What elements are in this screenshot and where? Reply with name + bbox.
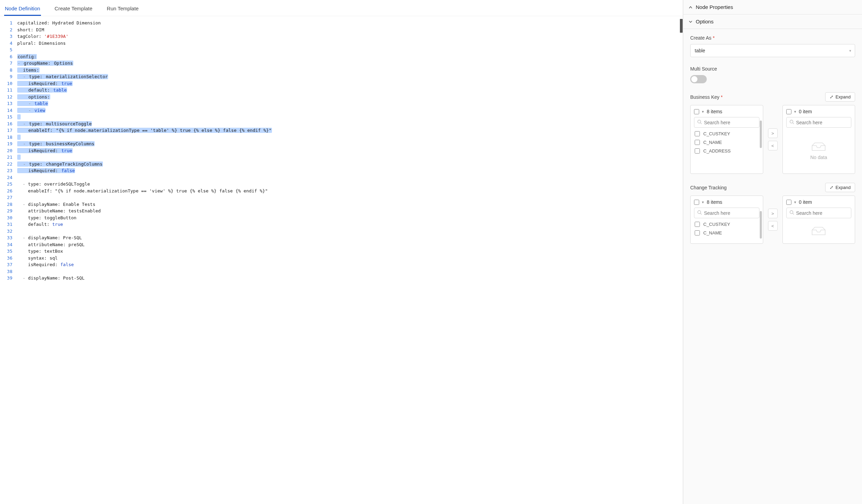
move-left-button[interactable]: < bbox=[768, 141, 778, 150]
change-tracking-transfer: ▾ 8 items C_CUSTKEYC_NAME > < bbox=[690, 196, 855, 244]
code-line[interactable]: capitalized: Hydrated Dimension bbox=[17, 20, 681, 27]
search-input[interactable] bbox=[704, 120, 756, 125]
code-line[interactable]: tagColor: '#1E339A' bbox=[17, 33, 681, 40]
change-tracking-search-left[interactable] bbox=[694, 208, 759, 218]
code-line[interactable]: config: bbox=[17, 53, 681, 60]
code-line[interactable]: isRequired: false bbox=[17, 261, 681, 268]
code-line[interactable]: - groupName: Options bbox=[17, 60, 681, 67]
code-line[interactable]: - displayName: Post-SQL bbox=[17, 275, 681, 282]
code-line[interactable] bbox=[17, 46, 681, 53]
code-line[interactable]: attributeName: preSQL bbox=[17, 241, 681, 248]
code-line[interactable] bbox=[17, 194, 681, 201]
chevron-right-icon bbox=[689, 6, 692, 9]
required-star-icon: * bbox=[713, 35, 714, 41]
code-line[interactable]: - view bbox=[17, 107, 681, 114]
section-node-properties[interactable]: Node Properties bbox=[683, 0, 862, 14]
option-checkbox[interactable] bbox=[695, 131, 700, 136]
chevron-down-icon bbox=[689, 20, 692, 23]
line-number: 31 bbox=[1, 221, 12, 228]
option-checkbox[interactable] bbox=[695, 140, 700, 145]
code-line[interactable]: - type: multisourceToggle bbox=[17, 120, 681, 127]
code-line[interactable]: enableIf: "{% if node.materializationTyp… bbox=[17, 188, 681, 195]
code-line[interactable] bbox=[17, 154, 681, 161]
list-item[interactable]: C_CUSTKEY bbox=[695, 131, 759, 136]
code-line[interactable]: type: textBox bbox=[17, 248, 681, 255]
options-body: Create As * table ▾ Multi Source Busines… bbox=[683, 29, 862, 255]
code-line[interactable]: items: bbox=[17, 67, 681, 74]
field-multi-source: Multi Source bbox=[690, 66, 855, 83]
code-line[interactable] bbox=[17, 228, 681, 235]
code-line[interactable]: - displayName: Pre-SQL bbox=[17, 234, 681, 241]
list-item[interactable]: C_NAME bbox=[695, 230, 759, 235]
multi-source-toggle[interactable] bbox=[690, 75, 707, 83]
tab-node-definition[interactable]: Node Definition bbox=[4, 3, 41, 16]
search-input[interactable] bbox=[796, 210, 849, 216]
code-line[interactable]: - type: changeTrackingColumns bbox=[17, 161, 681, 168]
code-line[interactable]: enableIf: "{% if node.materializationTyp… bbox=[17, 127, 681, 134]
code-line[interactable]: isRequired: false bbox=[17, 167, 681, 174]
code-line[interactable]: - displayName: Enable Tests bbox=[17, 201, 681, 208]
code-line[interactable]: options: bbox=[17, 94, 681, 101]
svg-line-3 bbox=[792, 123, 794, 124]
code-line[interactable] bbox=[17, 268, 681, 275]
business-key-expand-button[interactable]: ⤢ Expand bbox=[825, 92, 855, 102]
code-line[interactable]: short: DIM bbox=[17, 27, 681, 33]
move-right-button[interactable]: > bbox=[768, 209, 778, 218]
line-number: 36 bbox=[1, 255, 12, 262]
section-options[interactable]: Options bbox=[683, 14, 862, 29]
line-number: 2 bbox=[1, 27, 12, 33]
code-line[interactable] bbox=[17, 134, 681, 141]
scrollbar-thumb[interactable] bbox=[760, 211, 762, 239]
move-left-button[interactable]: < bbox=[768, 221, 778, 231]
option-checkbox[interactable] bbox=[695, 222, 700, 227]
code-line[interactable]: default: table bbox=[17, 87, 681, 94]
code-line[interactable]: - type: overrideSQLToggle bbox=[17, 181, 681, 188]
line-number: 4 bbox=[1, 40, 12, 47]
option-checkbox[interactable] bbox=[695, 148, 700, 154]
line-number: 17 bbox=[1, 127, 12, 134]
change-tracking-expand-button[interactable]: ⤢ Expand bbox=[825, 183, 855, 192]
create-as-select[interactable]: table ▾ bbox=[690, 44, 855, 57]
list-item[interactable]: C_NAME bbox=[695, 140, 759, 145]
code-line[interactable] bbox=[17, 114, 681, 120]
business-key-search-left[interactable] bbox=[694, 117, 759, 128]
line-number: 29 bbox=[1, 208, 12, 214]
code-line[interactable]: default: true bbox=[17, 221, 681, 228]
code-line[interactable]: attributeName: testsEnabled bbox=[17, 208, 681, 214]
svg-line-1 bbox=[701, 123, 702, 124]
line-number: 22 bbox=[1, 161, 12, 168]
list-item[interactable]: C_ADDRESS bbox=[695, 148, 759, 154]
code-editor[interactable]: 1234567891011121314151617181920212223242… bbox=[0, 16, 683, 504]
line-number: 24 bbox=[1, 174, 12, 181]
section-title-node-properties: Node Properties bbox=[696, 4, 733, 10]
code-line[interactable]: - type: businessKeyColumns bbox=[17, 140, 681, 147]
editor-minimap-thumb[interactable] bbox=[680, 19, 683, 33]
business-key-selectall-right[interactable] bbox=[786, 109, 791, 114]
section-title-options: Options bbox=[696, 19, 714, 24]
search-input[interactable] bbox=[704, 210, 756, 216]
scrollbar-thumb[interactable] bbox=[760, 120, 762, 148]
code-line[interactable]: isRequired: true bbox=[17, 147, 681, 154]
search-input[interactable] bbox=[796, 120, 849, 125]
code-line[interactable]: - type: materializationSelector bbox=[17, 73, 681, 80]
tab-create-template[interactable]: Create Template bbox=[54, 3, 93, 16]
code-line[interactable]: isRequired: true bbox=[17, 80, 681, 87]
code-line[interactable]: type: toggleButton bbox=[17, 214, 681, 221]
option-checkbox[interactable] bbox=[695, 230, 700, 235]
list-item[interactable]: C_CUSTKEY bbox=[695, 222, 759, 227]
change-tracking-selectall-left[interactable] bbox=[694, 200, 699, 205]
option-label: C_CUSTKEY bbox=[703, 131, 730, 136]
code-line[interactable] bbox=[17, 174, 681, 181]
tab-run-template[interactable]: Run Template bbox=[106, 3, 139, 16]
change-tracking-search-right[interactable] bbox=[786, 208, 852, 218]
business-key-search-right[interactable] bbox=[786, 117, 852, 128]
code-line[interactable]: - table bbox=[17, 100, 681, 107]
search-icon bbox=[789, 210, 794, 216]
code-line[interactable]: plural: Dimensions bbox=[17, 40, 681, 47]
right-pane: Node Properties Options Create As * tabl… bbox=[683, 0, 862, 504]
code-line[interactable]: syntax: sql bbox=[17, 255, 681, 262]
editor-code[interactable]: capitalized: Hydrated Dimensionshort: DI… bbox=[16, 16, 683, 504]
move-right-button[interactable]: > bbox=[768, 128, 778, 138]
business-key-selectall-left[interactable] bbox=[694, 109, 699, 114]
change-tracking-selectall-right[interactable] bbox=[786, 200, 791, 205]
